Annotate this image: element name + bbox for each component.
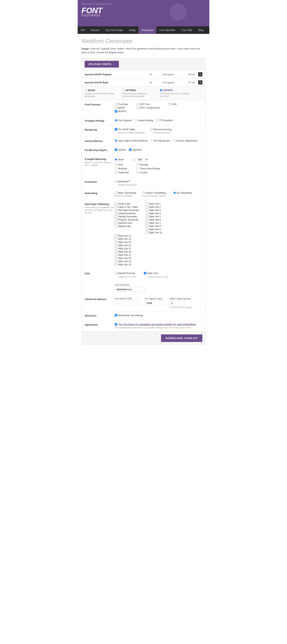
format-eot-lite-check[interactable] (137, 103, 139, 106)
xheight-times[interactable]: Times New Roman (136, 167, 160, 170)
mode-expert-radio[interactable] (160, 89, 162, 92)
ot-ss17[interactable]: Style Set 17 (115, 254, 138, 256)
ot-caps-sm[interactable]: Caps to Sm. Caps (115, 206, 139, 208)
ot-lining-numerals[interactable]: Lining Numerals (115, 212, 139, 215)
ot-proportl-numerals[interactable]: Proportl. Numerals (115, 218, 139, 221)
nav-item-generator[interactable]: Generator (138, 26, 156, 34)
vm-custom-radio[interactable] (173, 140, 176, 142)
protection-webonly-checkbox[interactable] (115, 180, 117, 183)
ot-ss8[interactable]: Style Set 8 (146, 225, 169, 228)
fix-spaces[interactable]: Spaces (115, 148, 126, 151)
ot-ss7[interactable]: Style Set 7 (146, 222, 169, 224)
format-truetype-check[interactable] (115, 103, 117, 106)
vm-no-adj[interactable]: No Adjustment (151, 139, 170, 142)
xheight-verdana[interactable]: Verdana (115, 167, 129, 170)
nav-item-recent[interactable]: Recent (88, 26, 102, 34)
hint-font-squirrel[interactable]: Font Squirrel (115, 119, 132, 122)
rendering-kerning-check-label[interactable]: Remove Kerning (150, 128, 172, 131)
font-delete-2[interactable]: ✕ (198, 80, 202, 84)
hint-font-squirrel-radio[interactable] (115, 119, 117, 122)
nav-item-hot[interactable]: Hot (78, 26, 88, 34)
css-style-link-label[interactable]: Style Link (144, 272, 165, 274)
format-eot-compressed-check[interactable] (137, 106, 139, 109)
ot-ss4[interactable]: Style Set 4 (146, 212, 169, 215)
vm-auto[interactable]: Auto-Adjust Vertical Metrics (115, 139, 148, 142)
nav-item-swag[interactable]: Swag (126, 26, 138, 34)
fix-hyphens[interactable]: Hyphens (129, 148, 142, 151)
xheight-none-radio[interactable] (115, 158, 117, 161)
format-woff2-check[interactable] (115, 110, 117, 112)
css-filename-input[interactable] (115, 287, 145, 292)
ot-ss3[interactable]: Style Set 3 (146, 209, 169, 212)
ot-ss11[interactable]: Style Set 11 (115, 234, 138, 237)
ot-ss19[interactable]: Style Set 19 (115, 260, 138, 263)
shortcuts-remember[interactable]: Remember my settings (115, 314, 143, 317)
font-delete-1[interactable]: ✕ (198, 72, 202, 76)
adv-name-suffix-input[interactable] (115, 300, 139, 306)
ot-ss12[interactable]: Style Set 12 (115, 238, 138, 240)
css-style-link-checkbox[interactable] (144, 272, 146, 274)
agreement-checkbox[interactable] (115, 323, 117, 326)
xheight-arial-radio[interactable] (115, 163, 117, 166)
xheight-none[interactable]: None (115, 158, 124, 161)
ot-small-caps[interactable]: Small Caps (115, 202, 139, 205)
xheight-trebuchet[interactable]: Trebuchet (115, 171, 129, 174)
upload-fonts-button[interactable]: UPLOAD FONTS (85, 61, 119, 68)
rendering-gasp-check-label[interactable]: Fix GASP Table (115, 128, 141, 131)
expert-link[interactable]: Expert (109, 51, 116, 54)
format-eot-lite[interactable]: EOT Lite (137, 103, 160, 106)
xheight-custom[interactable]: % (132, 157, 148, 162)
adv-em-square-input[interactable] (145, 300, 164, 306)
css-base64-checkbox[interactable] (115, 272, 117, 274)
xheight-courier-radio[interactable] (136, 171, 139, 174)
xheight-georgia-radio[interactable] (136, 163, 139, 166)
fix-hyphens-checkbox[interactable] (129, 148, 131, 151)
subsetting-none-radio[interactable] (173, 192, 176, 194)
ot-ss13[interactable]: Style Set 13 (115, 241, 138, 244)
xheight-trebuchet-radio[interactable] (115, 171, 117, 174)
mode-basic-radio[interactable] (85, 89, 87, 92)
format-svg-check[interactable] (168, 103, 171, 106)
format-woff[interactable]: WOFF (115, 106, 128, 109)
ot-slashed-zero[interactable]: Slashed Zero (115, 222, 139, 224)
ot-ss18[interactable]: Style Set 18 (115, 257, 138, 260)
ot-ss5[interactable]: Style Set 5 (146, 215, 169, 218)
subsetting-custom-radio[interactable] (142, 192, 144, 194)
xheight-courier[interactable]: Courier (136, 171, 160, 174)
ot-ss15[interactable]: Style Set 15 (115, 247, 138, 250)
ot-tabular-numerals[interactable]: Tabular Numerals (115, 215, 139, 218)
vm-custom[interactable]: Custom Adjustment: (173, 139, 198, 142)
adv-glyph-spacing-input[interactable] (169, 300, 184, 306)
xheight-percent-input[interactable] (135, 157, 145, 162)
xheight-georgia[interactable]: Georgia (136, 163, 160, 166)
ot-old-style-numerals[interactable]: Old Style Numerals (115, 209, 139, 212)
xheight-verdana-radio[interactable] (115, 167, 117, 170)
ot-ss14[interactable]: Style Set 14 (115, 244, 138, 247)
nav-item-blog[interactable]: Blog (195, 26, 207, 34)
nav-item-font-identifier[interactable]: Font Identifier (156, 26, 179, 34)
rendering-kerning-checkbox[interactable] (150, 128, 153, 130)
subsetting-basic-radio[interactable] (115, 192, 117, 194)
hint-keep-existing[interactable]: Keep Existing (135, 119, 153, 122)
xheight-arial[interactable]: Arial (115, 163, 129, 166)
fix-spaces-checkbox[interactable] (115, 148, 117, 151)
nav-item-top-font-deals[interactable]: Top Font Deals (102, 26, 126, 34)
ot-stylistic-alts[interactable]: Stylistic Alts (115, 225, 139, 228)
vm-auto-radio[interactable] (115, 140, 117, 142)
ot-ss6[interactable]: Style Set 6 (146, 218, 169, 221)
css-base64-label[interactable]: Base64 Encode (115, 272, 135, 274)
vm-no-adj-radio[interactable] (151, 140, 153, 142)
xheight-custom-radio[interactable] (132, 158, 134, 161)
format-woff-check[interactable] (115, 106, 117, 109)
shortcuts-remember-checkbox[interactable] (115, 314, 117, 316)
ot-ss1[interactable]: Style Set 1 (146, 202, 169, 205)
nav-item-font-talk[interactable]: Font Talk (179, 26, 195, 34)
rendering-gasp-checkbox[interactable] (115, 128, 117, 130)
download-button[interactable]: DOWNLOAD YOUR KIT (161, 334, 202, 342)
ot-ss9[interactable]: Style Set 9 (146, 228, 169, 231)
ot-ss16[interactable]: Style Set 16 (115, 250, 138, 253)
ot-ss2[interactable]: Style Set 2 (146, 206, 169, 208)
hint-ttfautohint[interactable]: TTFAutohint (156, 119, 173, 122)
protection-webonly-label[interactable]: WebOnly™ (115, 180, 134, 183)
format-eot-compressed[interactable]: EOT Compressed (137, 106, 160, 109)
